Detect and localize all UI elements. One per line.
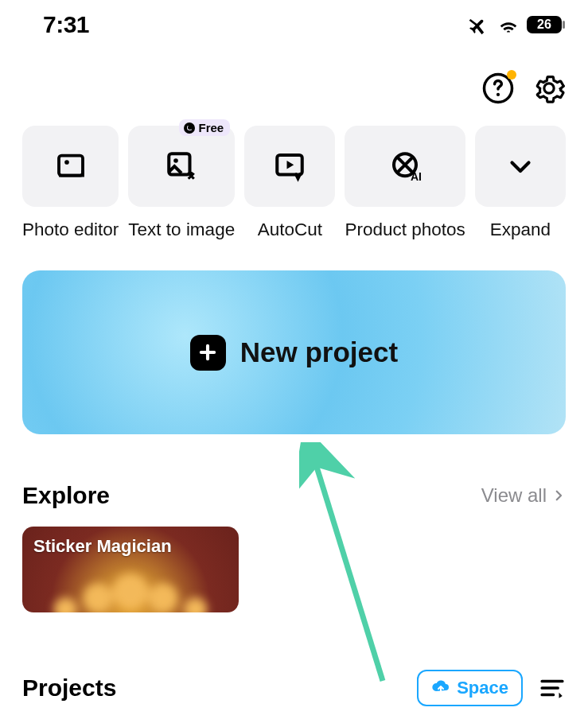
gear-icon bbox=[532, 72, 566, 105]
new-project-label: New project bbox=[240, 336, 398, 368]
svg-text:AI: AI bbox=[411, 170, 422, 183]
svg-point-7 bbox=[173, 158, 178, 163]
tool-text-to-image[interactable]: Free Text to image bbox=[128, 126, 235, 240]
battery-level: 26 bbox=[526, 15, 563, 34]
settings-button[interactable] bbox=[532, 72, 566, 105]
space-label: Space bbox=[457, 678, 508, 698]
projects-title: Projects bbox=[22, 674, 116, 702]
status-icons: 26 bbox=[467, 13, 566, 37]
notification-dot bbox=[507, 70, 516, 80]
tool-label: Product photos bbox=[345, 220, 465, 240]
projects-header: Projects Space bbox=[0, 612, 588, 706]
tool-autocut[interactable]: AutoCut bbox=[244, 126, 335, 240]
status-bar: 7:31 26 bbox=[0, 0, 588, 46]
tool-label: Expand bbox=[490, 220, 551, 240]
badge-label: Free bbox=[198, 121, 224, 134]
explore-card-sticker-magician[interactable]: Sticker Magician bbox=[22, 527, 239, 612]
product-photos-icon: AI bbox=[388, 150, 422, 183]
tool-label: AutoCut bbox=[258, 220, 322, 240]
svg-point-3 bbox=[496, 93, 500, 96]
svg-rect-1 bbox=[563, 21, 565, 29]
explore-card-title: Sticker Magician bbox=[33, 536, 172, 557]
photo-editor-icon bbox=[55, 150, 87, 182]
chevron-down-icon bbox=[506, 152, 535, 181]
chevron-right-icon bbox=[551, 484, 566, 507]
help-button[interactable] bbox=[481, 72, 515, 105]
clock-icon bbox=[184, 122, 195, 134]
tools-row: Photo editor Free Text to image Auto bbox=[0, 121, 588, 240]
svg-point-5 bbox=[64, 160, 69, 165]
explore-title: Explore bbox=[22, 482, 110, 509]
airplane-mode-icon bbox=[467, 13, 491, 37]
explore-header: Explore View all bbox=[0, 434, 588, 509]
tool-label: Photo editor bbox=[22, 220, 119, 240]
text-to-image-icon bbox=[165, 150, 198, 183]
new-project-button[interactable]: New project bbox=[22, 270, 566, 434]
battery-icon: 26 bbox=[526, 15, 566, 34]
status-time: 7:31 bbox=[43, 11, 89, 38]
tool-label: Text to image bbox=[128, 220, 235, 240]
autocut-icon bbox=[273, 150, 306, 183]
tool-product-photos[interactable]: AI Product photos bbox=[345, 126, 465, 240]
wifi-icon bbox=[497, 14, 520, 36]
tool-expand[interactable]: Expand bbox=[475, 126, 566, 240]
app-header bbox=[0, 46, 588, 121]
tool-photo-editor[interactable]: Photo editor bbox=[22, 126, 119, 240]
svg-rect-4 bbox=[59, 156, 83, 176]
view-all-label: View all bbox=[481, 484, 547, 507]
plus-icon bbox=[190, 335, 226, 371]
space-button[interactable]: Space bbox=[417, 670, 523, 706]
card-art bbox=[22, 565, 239, 612]
free-badge: Free bbox=[179, 119, 230, 136]
cloud-upload-icon bbox=[431, 678, 450, 698]
view-all-button[interactable]: View all bbox=[481, 484, 566, 507]
sort-edit-icon bbox=[539, 674, 566, 702]
sort-button[interactable] bbox=[539, 674, 566, 702]
